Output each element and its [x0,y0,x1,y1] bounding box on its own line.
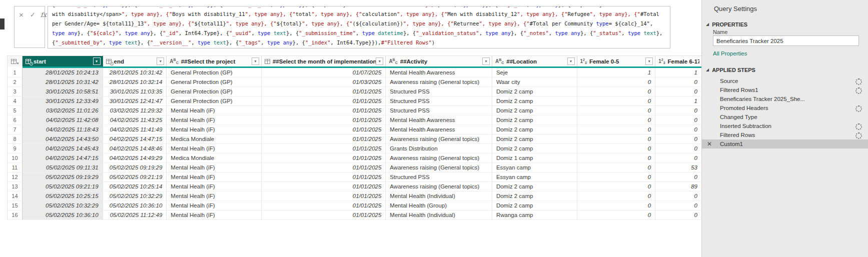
cell[interactable]: Domiz 2 camp [492,192,577,201]
cell[interactable]: 0 [655,125,701,134]
cell[interactable]: Mental Healh (iF) [167,201,262,210]
cell[interactable]: Awareness raising (General topics) [386,154,492,163]
row-number[interactable]: 1 [8,68,23,78]
cell[interactable]: 1 [655,68,701,78]
row-number[interactable]: 4 [8,96,23,106]
cell[interactable]: Awareness raising (General topics) [386,78,492,87]
cell[interactable]: Domiz 2 camp [492,96,577,106]
cell[interactable]: Waar city [492,78,577,87]
cell[interactable]: Seje [492,68,577,78]
commit-formula-icon[interactable]: ✓ [30,12,36,18]
cell[interactable]: 0 [655,134,701,144]
cell[interactable]: Mental Health Awareness [386,68,492,78]
cell[interactable]: 30/01/2025 12:33:49 [23,96,103,106]
cell[interactable]: 0 [655,210,701,220]
cell[interactable]: 01/01/2025 [262,96,386,106]
cell[interactable]: Mental Healh (iF) [167,182,262,192]
query-name-input[interactable] [713,36,859,46]
cell[interactable]: 01/01/2025 [262,163,386,172]
cell[interactable]: 04/02/2025 14:43:50 [23,134,103,144]
cell[interactable]: 01/01/2025 [262,87,386,96]
all-properties-link[interactable]: All Properties [713,50,747,56]
cell[interactable]: 0 [655,106,701,116]
cell[interactable]: 04/02/2025 11:18:43 [23,125,103,134]
filter-button[interactable]: ▾ [376,58,383,65]
row-number[interactable]: 10 [8,154,23,163]
cell[interactable]: 05/02/2025 10:32:29 [103,192,167,201]
cell[interactable]: 53 [655,163,701,172]
cell[interactable]: 01/01/2025 [262,201,386,210]
cell[interactable]: 0 [577,201,656,210]
cell[interactable]: 05/02/2025 10:36:10 [103,201,167,210]
cell[interactable]: Mental Healh (iF) [167,106,262,116]
cell[interactable]: 05/02/2025 10:25:14 [103,182,167,192]
cell[interactable]: 0 [655,154,701,163]
cell[interactable]: 0 [577,96,656,106]
filter-button[interactable]: ▾ [252,58,259,65]
cell[interactable]: Domiz 2 camp [492,106,577,116]
row-number[interactable]: 16 [8,210,23,220]
cell[interactable]: 28/01/2025 10:24:13 [23,68,103,78]
cell[interactable]: 03/02/2025 11:01:26 [23,106,103,116]
cell[interactable]: 1 [655,96,701,106]
cell[interactable]: 04/02/2025 14:45:43 [23,144,103,154]
row-number[interactable]: 11 [8,163,23,172]
row-number[interactable]: 2 [8,78,23,87]
filter-button[interactable]: ▾ [157,58,164,65]
cell[interactable]: 01/01/2025 [262,134,386,144]
cell[interactable]: 0 [577,78,656,87]
cancel-formula-icon[interactable]: × [19,12,24,18]
applied-step-source[interactable]: Source [702,76,868,86]
cell[interactable]: 04/02/2025 14:49:29 [103,154,167,163]
column-header--activity[interactable]: ABC##Activity▾ [386,56,492,66]
cell[interactable]: General Protection (GP) [167,78,262,87]
applied-step-changed-type[interactable]: Changed Type [702,112,868,122]
cell[interactable]: 28/01/2025 10:32:14 [103,78,167,87]
cell[interactable]: 0 [577,106,656,116]
cell[interactable]: 0 [577,125,656,134]
collapsed-queries-pane-strip[interactable] [0,18,5,30]
cell[interactable]: 05/02/2025 10:36:10 [23,210,103,220]
cell[interactable]: 30/01/2025 11:03:35 [103,87,167,96]
cell[interactable]: 04/02/2025 14:47:15 [23,154,103,163]
cell[interactable]: Essyan camp [492,163,577,172]
cell[interactable]: Grants Distribution [386,144,492,154]
row-number[interactable]: 5 [8,106,23,116]
gear-icon[interactable] [855,78,862,85]
cell[interactable]: 0 [577,87,656,96]
cell[interactable]: Domiz 2 camp [492,182,577,192]
cell[interactable]: 04/02/2025 11:42:08 [23,116,103,125]
cell[interactable]: 05/02/2025 09:19:29 [23,172,103,182]
cell[interactable]: Medica Mondiale [167,134,262,144]
cell[interactable]: 01/01/2025 [262,106,386,116]
cell[interactable]: Essyan camp [492,172,577,182]
cell[interactable]: 0 [577,154,656,163]
cell[interactable]: 30/01/2025 10:58:51 [23,87,103,96]
cell[interactable]: Medica Mondiale [167,154,262,163]
cell[interactable]: 01/01/2025 [262,116,386,125]
row-number[interactable]: 3 [8,87,23,96]
cell[interactable]: 04/02/2025 14:48:46 [103,144,167,154]
cell[interactable]: Domiz 2 camp [492,116,577,125]
applied-step-filtered-rows1[interactable]: Filtered Rows1 [702,86,868,94]
cell[interactable]: 01/01/2025 [262,125,386,134]
cell[interactable]: General Protection (GP) [167,96,262,106]
cell[interactable]: 0 [655,116,701,125]
cell[interactable]: 0 [577,192,656,201]
cell[interactable]: General Protection (GP) [167,87,262,96]
applied-step-filtered-rows[interactable]: Filtered Rows [702,130,868,140]
cell[interactable]: 0 [577,144,656,154]
cell[interactable]: 05/02/2025 09:19:29 [103,163,167,172]
cell[interactable]: 01/01/2025 [262,192,386,201]
filter-button[interactable]: ▾ [93,58,101,65]
gear-icon[interactable] [855,88,862,94]
column-header-female-6-17[interactable]: 123Female 6-17 [655,56,701,66]
cell[interactable]: Domiz 1 camp [492,154,577,163]
cell[interactable]: Mental Health (Group) [386,201,492,210]
cell[interactable]: 05/02/2025 09:11:31 [23,163,103,172]
cell[interactable]: Structured PSS [386,96,492,106]
cell[interactable]: 01/01/2025 [262,154,386,163]
cell[interactable]: Mental Health (Individual) [386,192,492,201]
filter-button[interactable]: ▾ [645,58,653,65]
cell[interactable]: 0 [577,182,656,192]
